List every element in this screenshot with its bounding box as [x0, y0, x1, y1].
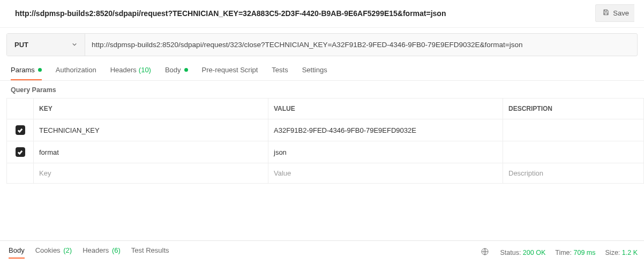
http-method-select[interactable]: PUT: [7, 34, 85, 56]
cell-key[interactable]: format: [34, 141, 268, 163]
resp-tab-test-results[interactable]: Test Results: [131, 246, 169, 259]
row-checkbox[interactable]: [16, 125, 25, 135]
params-active-dot-icon: [38, 68, 42, 72]
row-checkbox[interactable]: [16, 147, 25, 157]
table-row-new: [7, 163, 644, 184]
save-button[interactable]: Save: [595, 4, 634, 22]
tab-params[interactable]: Params: [11, 66, 42, 80]
tab-prerequest[interactable]: Pre-request Script: [202, 66, 258, 80]
resp-tab-headers[interactable]: Headers (6): [83, 246, 121, 259]
cell-key[interactable]: TECHNICIAN_KEY: [34, 119, 268, 141]
table-row: TECHNICIAN_KEY A32F91B2-9FED-4346-9FB0-7…: [7, 119, 644, 141]
response-tabs: Body Cookies (2) Headers (6) Test Result…: [9, 246, 470, 259]
cell-value-new[interactable]: [268, 163, 503, 184]
row-checkbox-empty[interactable]: [7, 163, 34, 184]
cell-description[interactable]: [503, 141, 644, 163]
query-params-table: KEY VALUE DESCRIPTION TECHNICIAN_KEY A32…: [6, 98, 644, 184]
resp-tab-cookies[interactable]: Cookies (2): [35, 246, 72, 259]
key-input[interactable]: [39, 169, 263, 177]
col-checkbox: [7, 99, 34, 119]
query-params-heading: Query Params: [0, 81, 644, 98]
cell-value[interactable]: A32F91B2-9FED-4346-9FB0-79E9EFD9032E: [268, 119, 503, 141]
url-input[interactable]: [85, 34, 637, 56]
time-value: 709 ms: [574, 249, 596, 256]
tab-body[interactable]: Body: [165, 66, 188, 80]
method-url-row: PUT: [6, 33, 638, 56]
request-header-row: http://sdpmsp-builds2:8520/sdpapi/reques…: [0, 0, 644, 28]
cell-key-new[interactable]: [34, 163, 268, 184]
tab-authorization[interactable]: Authorization: [56, 66, 96, 80]
table-header-row: KEY VALUE DESCRIPTION: [7, 99, 644, 119]
response-meta: Status: 200 OK Time: 709 ms Size: 1.2 K: [500, 249, 638, 256]
size-block: Size: 1.2 K: [605, 249, 638, 256]
headers-count: (10): [139, 66, 151, 74]
status-block: Status: 200 OK: [500, 249, 545, 256]
cell-description[interactable]: [503, 119, 644, 141]
col-value: VALUE: [268, 99, 503, 119]
globe-icon[interactable]: [481, 247, 489, 258]
status-value: 200 OK: [523, 249, 545, 256]
table-row: format json: [7, 141, 644, 163]
cookies-count: (2): [63, 246, 72, 254]
request-tabs: Params Authorization Headers (10) Body P…: [0, 56, 644, 81]
save-icon: [602, 9, 610, 18]
time-block: Time: 709 ms: [555, 249, 595, 256]
request-name[interactable]: http://sdpmsp-builds2:8520/sdpapi/reques…: [15, 9, 595, 18]
size-value: 1.2 K: [622, 249, 638, 256]
tab-tests[interactable]: Tests: [272, 66, 288, 80]
http-method-value: PUT: [14, 41, 28, 49]
tab-settings[interactable]: Settings: [302, 66, 327, 80]
save-label: Save: [613, 9, 629, 17]
col-description: DESCRIPTION: [503, 99, 644, 119]
col-key: KEY: [34, 99, 268, 119]
cell-description-new[interactable]: [503, 163, 644, 184]
body-active-dot-icon: [184, 68, 188, 72]
resp-headers-count: (6): [112, 246, 121, 254]
spacer: [0, 184, 644, 240]
chevron-down-icon: [72, 41, 77, 49]
tab-headers[interactable]: Headers (10): [110, 66, 151, 80]
value-input[interactable]: [274, 169, 497, 177]
resp-tab-body[interactable]: Body: [9, 246, 25, 259]
response-bar: Body Cookies (2) Headers (6) Test Result…: [0, 240, 644, 261]
cell-value[interactable]: json: [268, 141, 503, 163]
description-input[interactable]: [508, 169, 638, 177]
